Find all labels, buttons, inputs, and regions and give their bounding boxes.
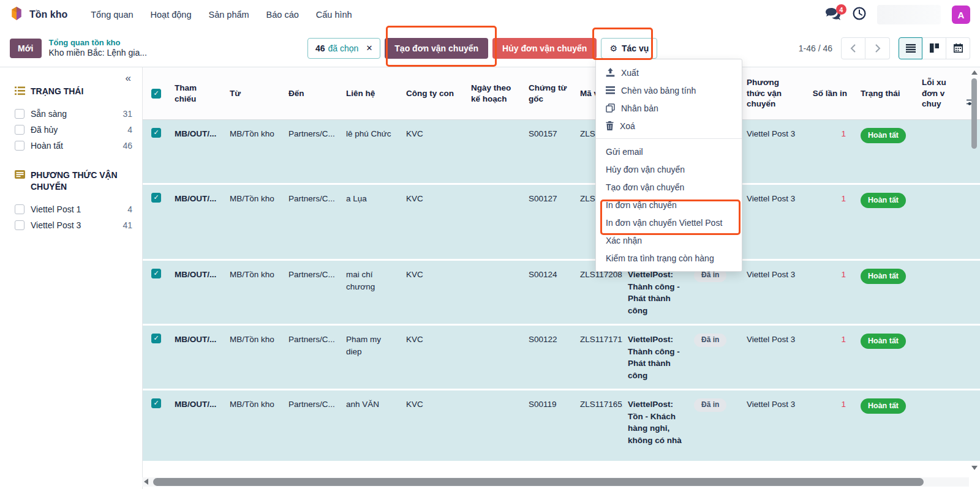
menu-item[interactable]: In đơn vận chuyển [596, 196, 742, 214]
table-row[interactable]: ✓ MB/OUT/... MB/Tồn kho Partners/C... ma… [143, 261, 980, 326]
shipping-method-filter-icon [15, 170, 25, 179]
column-header-to[interactable]: Đến [284, 67, 341, 119]
row-checkbox[interactable]: ✓ [151, 269, 161, 278]
navbar-menu-item[interactable]: Sản phẩm [201, 5, 256, 24]
cell-contact: a Lụa [341, 185, 401, 259]
horizontal-scrollbar-thumb[interactable] [153, 478, 924, 486]
menu-item[interactable]: Hủy đơn vận chuyển [596, 160, 742, 178]
clear-selection-icon[interactable]: ✕ [366, 43, 372, 53]
scroll-down-arrow[interactable] [971, 466, 978, 470]
cell-reference: MB/OUT/... [170, 261, 225, 324]
actions-dropdown-button[interactable]: ⚙ Tác vụ [601, 38, 657, 59]
column-header-reference[interactable]: Tham chiếu [170, 67, 225, 119]
vertical-scrollbar[interactable] [970, 69, 978, 472]
cell-contact: anh VĂN [341, 390, 401, 461]
column-header-from[interactable]: Từ [225, 67, 284, 119]
scroll-up-arrow[interactable] [971, 70, 978, 75]
column-header-status[interactable]: Trạng thái [856, 67, 917, 119]
filter-checkbox[interactable]: ✓ [15, 125, 24, 135]
table-row[interactable]: ✓ MB/OUT/... MB/Tồn kho Partners/C... an… [143, 390, 980, 463]
filter-checkbox[interactable]: ✓ [15, 141, 24, 151]
menu-item[interactable]: Gửi email [596, 143, 742, 160]
cell-scheduled-date [466, 390, 524, 461]
filter-item[interactable]: ✓ Sẵn sàng 31 [15, 106, 132, 122]
actions-dropdown-menu: Xuất Chèn vào bảng tính Nhân bản Xoá Gửi… [595, 59, 742, 272]
menu-item[interactable]: In đơn vận chuyển Viettel Post [596, 214, 742, 231]
app-brand[interactable]: Tồn kho [10, 6, 67, 23]
row-checkbox[interactable]: ✓ [151, 128, 161, 138]
list-view-button[interactable] [899, 37, 922, 59]
status-badge: Hoàn tất [861, 398, 906, 414]
navbar-menu-item[interactable]: Báo cáo [259, 5, 306, 24]
status-filter-icon [15, 86, 25, 95]
selected-count: 46 [315, 43, 325, 53]
filter-item[interactable]: ✓ Đã hủy 4 [15, 122, 132, 138]
filter-label: Hoàn tất [31, 141, 63, 151]
vertical-scrollbar-thumb[interactable] [971, 78, 977, 149]
column-header-shipping-method[interactable]: Phương thức vận chuyển [742, 67, 801, 119]
pager-next-button[interactable] [865, 37, 890, 59]
table-row[interactable]: ✓ MB/OUT/... MB/Tồn kho Partners/C... lê… [143, 120, 980, 185]
breadcrumb[interactable]: Tổng quan tồn kho Kho miền Bắc: Lệnh gia… [49, 38, 147, 59]
user-name-placeholder[interactable] [877, 5, 941, 24]
calendar-view-button[interactable] [946, 37, 970, 59]
cell-carrier-status: ViettelPost: Tồn - Khách hàng nghỉ, khôn… [623, 390, 689, 461]
filter-item[interactable]: ✓ Viettel Post 3 41 [15, 217, 132, 233]
filter-item[interactable]: ✓ Viettel Post 1 4 [15, 201, 132, 217]
menu-item[interactable]: Xác nhận [596, 231, 742, 249]
menu-item-export[interactable]: Xuất [596, 64, 742, 81]
cell-scheduled-date [466, 326, 524, 389]
cell-to: Partners/C... [284, 120, 341, 183]
cell-contact: mai chí chương [341, 261, 401, 324]
sidebar-section-status: TRẠNG THÁI ✓ Sẵn sàng 31 ✓ Đã hủy 4 ✓ Ho… [15, 86, 132, 154]
menu-item[interactable]: Kiểm tra tình trạng còn hàng [596, 249, 742, 267]
column-header-scheduled-date[interactable]: Ngày theo kế hoạch [466, 67, 524, 119]
navbar-menu-item[interactable]: Cấu hình [309, 5, 360, 24]
cell-scheduled-date [466, 120, 524, 183]
navbar-menu-item[interactable]: Hoạt động [143, 5, 199, 24]
avatar[interactable]: A [952, 6, 970, 24]
menu-item-duplicate[interactable]: Nhân bản [596, 99, 742, 117]
pager-previous-button[interactable] [841, 37, 865, 59]
filter-checkbox[interactable]: ✓ [15, 204, 24, 214]
sidebar-section-title: TRẠNG THÁI [31, 86, 83, 97]
selected-label: đã chọn [328, 43, 359, 53]
create-shipping-button[interactable]: Tạo đơn vận chuyển [385, 38, 488, 59]
menu-item-delete[interactable]: Xoá [596, 117, 742, 135]
activity-clock-icon[interactable] [853, 7, 866, 23]
cell-contact: Pham my diep [341, 326, 401, 389]
filter-checkbox[interactable]: ✓ [15, 220, 24, 230]
menu-item-insert-spreadsheet[interactable]: Chèn vào bảng tính [596, 81, 742, 99]
horizontal-scrollbar[interactable] [142, 477, 969, 487]
column-header-contact[interactable]: Liên hệ [341, 67, 401, 119]
printed-badge: Đã in [694, 334, 726, 347]
cell-source-document: S00124 [524, 261, 575, 324]
column-header-print-count[interactable]: Số lần in [801, 67, 856, 119]
sidebar-collapse-icon[interactable]: « [126, 72, 131, 84]
cell-from: MB/Tồn kho [225, 185, 284, 259]
row-checkbox[interactable]: ✓ [151, 193, 161, 203]
messages-icon[interactable]: 4 [826, 8, 842, 21]
status-badge: Hoàn tất [861, 269, 906, 284]
cell-print-count: 1 [801, 390, 856, 461]
cell-company: KVC [401, 185, 466, 259]
row-checkbox[interactable]: ✓ [151, 334, 161, 343]
row-checkbox[interactable]: ✓ [151, 398, 161, 408]
navbar-menu-item[interactable]: Tổng quan [83, 5, 140, 24]
scroll-left-arrow[interactable] [144, 479, 148, 485]
select-all-checkbox[interactable]: ✓ [151, 89, 161, 99]
column-header-source-document[interactable]: Chứng từ gốc [524, 67, 575, 119]
filter-item[interactable]: ✓ Hoàn tất 46 [15, 138, 132, 154]
cell-reference: MB/OUT/... [170, 390, 225, 461]
table-row[interactable]: ✓ MB/OUT/... MB/Tồn kho Partners/C... a … [143, 185, 980, 261]
cancel-shipping-button[interactable]: Hủy đơn vận chuyển [492, 38, 597, 59]
table-row[interactable]: ✓ MB/OUT/... MB/Tồn kho Partners/C... Ph… [143, 326, 980, 390]
kanban-view-button[interactable] [922, 37, 946, 59]
menu-item[interactable]: Tạo đơn vận chuyển [596, 178, 742, 196]
breadcrumb-title[interactable]: Tổng quan tồn kho [49, 38, 147, 48]
filter-checkbox[interactable]: ✓ [15, 109, 24, 119]
cell-to: Partners/C... [284, 185, 341, 259]
filter-label: Viettel Post 3 [31, 220, 81, 230]
new-button[interactable]: Mới [10, 39, 42, 58]
column-header-company[interactable]: Công ty con [401, 67, 466, 119]
